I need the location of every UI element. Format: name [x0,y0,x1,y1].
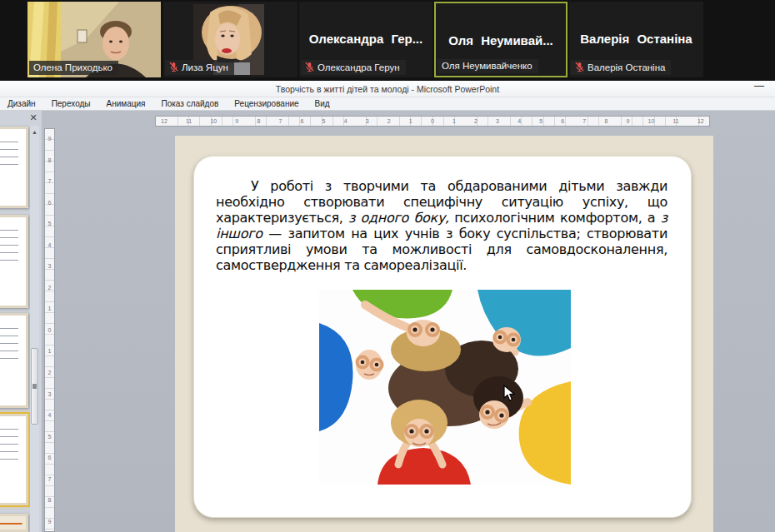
ruler-number: 5 [48,221,52,226]
thumbnail-scrollbar[interactable]: ▲ [30,126,39,532]
menu-item-animation[interactable]: Анимация [107,99,146,108]
muted-mic-icon [305,62,314,72]
ruler-number: 0 [431,118,434,124]
zoom-video-strip: Олена Приходько [0,0,775,81]
slide-thumbnail[interactable] [0,313,28,408]
powerpoint-window: Творчість в житті дітей та молоді - Micr… [0,81,775,532]
ruler-number: 8 [48,497,52,503]
participant-name: Олександра Герун [318,62,400,72]
menu-item-slideshow[interactable]: Показ слайдов [161,99,218,108]
ruler-number: 0 [48,327,52,333]
slide-thumbnail[interactable] [0,127,28,208]
ruler-number: 3 [48,391,52,397]
participant-name-label: Оля Неумивайченко [438,59,538,73]
participant-big-name: Оля Неумивай... [436,33,566,47]
ruler-number: 6 [561,118,564,124]
horizontal-ruler: 1211109876543210123456789101112 [155,116,710,127]
minimize-button[interactable]: — [750,81,768,94]
ruler-number: 3 [366,118,369,124]
ruler-number: 5 [539,118,542,124]
ruler-number: 4 [344,118,348,124]
window-title: Творчість в житті дітей та молоді - Micr… [276,84,499,94]
ruler-number: 7 [582,118,586,124]
vertical-ruler: 9876543210123456789 [44,128,55,532]
participant-name-label: Валерія Останіна [571,60,671,75]
ruler-number: 9 [626,118,629,124]
participant-name: Лиза Яцун [182,62,228,72]
participant-big-name: Олександра Гер... [299,32,432,46]
ruler-number: 5 [48,434,52,440]
ruler-number: 12 [161,118,168,124]
ruler-number: 4 [518,118,521,124]
ruler-number: 3 [496,118,499,124]
ruler-number: 8 [257,118,260,124]
ruler-number: 5 [322,118,326,124]
ruler-number: 1 [48,306,52,311]
ruler-number: 7 [48,476,52,482]
ruler-number: 6 [301,118,304,124]
ruler-number: 2 [48,370,52,375]
scroll-up-arrow-icon[interactable]: ▲ [30,127,39,137]
muted-mic-icon [575,62,584,72]
slide-thumbnail[interactable] [0,215,28,308]
ruler-number: 12 [698,118,704,124]
participant-big-name: Валерія Останіна [569,32,703,46]
screen: Олена Приходько [0,0,775,532]
participant-name: Валерія Останіна [588,62,665,72]
participant-tile-liza[interactable]: Лиза Яцун [163,2,298,77]
ruler-number: 10 [648,118,655,124]
muted-mic-icon [169,62,178,72]
ruler-number: 1 [452,118,456,124]
slide-editing-area[interactable]: У роботі з творчими та обдарованими діть… [193,156,692,518]
participant-tile-olya-active-speaker[interactable]: Оля Неумивай... Оля Неумивайченко [434,2,568,77]
ruler-number: 4 [48,242,52,248]
ruler-number: 9 [48,519,52,525]
slides-thumbnail-panel: ✕ ▲ [0,111,42,532]
slide-paragraph: У роботі з творчими та обдарованими діть… [194,157,691,273]
slide-thumbnail[interactable] [0,514,28,532]
slide-thumbnail-selected[interactable] [0,414,28,505]
ruler-number: 2 [48,285,52,291]
menu-item-review[interactable]: Рецензирование [234,99,298,108]
paragraph-text: — запитом на цих учнів з боку суспільств… [216,226,668,273]
ruler-number: 7 [278,118,282,124]
ruler-number: 4 [48,412,52,418]
menu-item-view[interactable]: Вид [315,99,330,108]
menu-item-design[interactable]: Дизайн [8,99,36,108]
participant-name: Оля Неумивайченко [442,61,532,71]
menu-item-transitions[interactable]: Переходы [52,99,91,108]
ruler-number: 11 [672,118,678,124]
paragraph-italic-text: з одного боку, [348,210,449,226]
children-hand-glasses-photo[interactable] [319,290,571,485]
close-panel-icon[interactable]: ✕ [28,112,39,123]
participant-tile-valeria[interactable]: Валерія Останіна Валерія Останіна [569,2,703,77]
ruler-number: 1 [409,118,412,124]
ruler-number: 2 [474,118,478,124]
participant-name-label: Лиза Яцун [165,60,234,75]
participant-tile-oleksandra[interactable]: Олександра Гер... Олександра Герун [299,2,432,77]
window-title-bar: Творчість в житті дітей та молоді - Micr… [0,81,775,97]
ruler-number: 9 [48,136,52,142]
participant-tile-olena[interactable]: Олена Приходько [28,2,161,77]
ruler-number: 1 [48,348,52,354]
ruler-number: 2 [388,118,391,124]
ruler-number: 3 [48,263,52,269]
ruler-number: 8 [48,157,52,163]
mouse-cursor-icon [502,385,516,403]
ruler-number: 6 [48,200,52,206]
participant-name-label: Олена Приходько [29,61,118,75]
ruler-number: 11 [186,118,192,124]
scrollbar-thumb[interactable] [31,348,38,425]
ruler-number: 9 [235,118,238,124]
participant-name-label: Олександра Герун [301,60,406,75]
ruler-number: 6 [48,455,52,460]
ruler-number: 7 [48,178,52,184]
ruler-number: 8 [604,118,608,124]
ribbon-menu-bar: Дизайн Переходы Анимация Показ слайдов Р… [0,97,775,111]
paragraph-text: психологічним комфортом, а [449,210,661,226]
ruler-number: 10 [210,118,217,124]
participant-name: Олена Приходько [33,62,112,72]
